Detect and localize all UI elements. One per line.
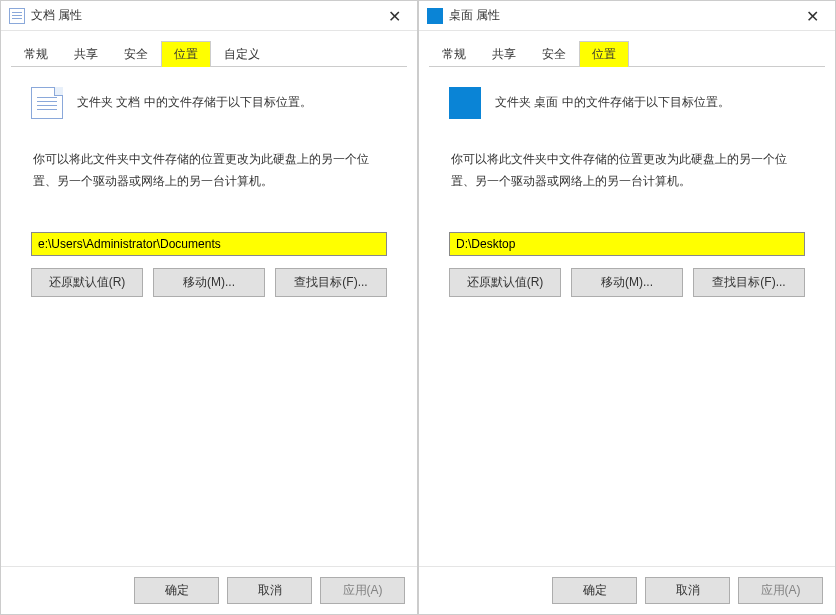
close-button[interactable]: ✕ xyxy=(372,1,417,31)
tab-bar: 常规 共享 安全 位置 自定义 xyxy=(1,31,417,67)
cancel-button[interactable]: 取消 xyxy=(645,577,730,604)
tab-sharing[interactable]: 共享 xyxy=(479,41,529,67)
move-button[interactable]: 移动(M)... xyxy=(571,268,683,297)
action-button-row: 还原默认值(R) 移动(M)... 查找目标(F)... xyxy=(449,268,805,297)
tab-general[interactable]: 常规 xyxy=(11,41,61,67)
description-text: 文件夹 文档 中的文件存储于以下目标位置。 xyxy=(77,87,312,111)
move-button[interactable]: 移动(M)... xyxy=(153,268,265,297)
documents-large-icon xyxy=(31,87,63,119)
close-icon: ✕ xyxy=(806,7,819,26)
documents-folder-icon xyxy=(9,8,25,24)
path-input[interactable] xyxy=(449,232,805,256)
description-text: 文件夹 桌面 中的文件存储于以下目标位置。 xyxy=(495,87,730,111)
tab-content: 文件夹 桌面 中的文件存储于以下目标位置。 你可以将此文件夹中文件存储的位置更改… xyxy=(419,67,835,566)
tab-security[interactable]: 安全 xyxy=(111,41,161,67)
documents-properties-window: 文档 属性 ✕ 常规 共享 安全 位置 自定义 文件夹 文档 中的文件存储于以下… xyxy=(0,0,418,615)
action-button-row: 还原默认值(R) 移动(M)... 查找目标(F)... xyxy=(31,268,387,297)
window-title: 桌面 属性 xyxy=(449,7,500,24)
window-title: 文档 属性 xyxy=(31,7,82,24)
tab-general[interactable]: 常规 xyxy=(429,41,479,67)
description-row: 文件夹 桌面 中的文件存储于以下目标位置。 xyxy=(449,87,805,119)
find-target-button[interactable]: 查找目标(F)... xyxy=(693,268,805,297)
path-input[interactable] xyxy=(31,232,387,256)
desktop-properties-window: 桌面 属性 ✕ 常规 共享 安全 位置 文件夹 桌面 中的文件存储于以下目标位置… xyxy=(418,0,836,615)
dialog-button-bar: 确定 取消 应用(A) xyxy=(1,566,417,614)
ok-button[interactable]: 确定 xyxy=(134,577,219,604)
find-target-button[interactable]: 查找目标(F)... xyxy=(275,268,387,297)
instruction-text: 你可以将此文件夹中文件存储的位置更改为此硬盘上的另一个位置、另一个驱动器或网络上… xyxy=(31,149,387,192)
tab-customize[interactable]: 自定义 xyxy=(211,41,273,67)
tab-bar: 常规 共享 安全 位置 xyxy=(419,31,835,67)
tab-sharing[interactable]: 共享 xyxy=(61,41,111,67)
instruction-text: 你可以将此文件夹中文件存储的位置更改为此硬盘上的另一个位置、另一个驱动器或网络上… xyxy=(449,149,805,192)
restore-defaults-button[interactable]: 还原默认值(R) xyxy=(31,268,143,297)
desktop-large-icon xyxy=(449,87,481,119)
desktop-folder-icon xyxy=(427,8,443,24)
ok-button[interactable]: 确定 xyxy=(552,577,637,604)
dialog-button-bar: 确定 取消 应用(A) xyxy=(419,566,835,614)
description-row: 文件夹 文档 中的文件存储于以下目标位置。 xyxy=(31,87,387,119)
cancel-button[interactable]: 取消 xyxy=(227,577,312,604)
apply-button[interactable]: 应用(A) xyxy=(738,577,823,604)
tab-security[interactable]: 安全 xyxy=(529,41,579,67)
tab-location[interactable]: 位置 xyxy=(161,41,211,67)
tab-content: 文件夹 文档 中的文件存储于以下目标位置。 你可以将此文件夹中文件存储的位置更改… xyxy=(1,67,417,566)
close-icon: ✕ xyxy=(388,7,401,26)
close-button[interactable]: ✕ xyxy=(790,1,835,31)
apply-button[interactable]: 应用(A) xyxy=(320,577,405,604)
restore-defaults-button[interactable]: 还原默认值(R) xyxy=(449,268,561,297)
titlebar: 桌面 属性 ✕ xyxy=(419,1,835,31)
titlebar: 文档 属性 ✕ xyxy=(1,1,417,31)
tab-location[interactable]: 位置 xyxy=(579,41,629,67)
